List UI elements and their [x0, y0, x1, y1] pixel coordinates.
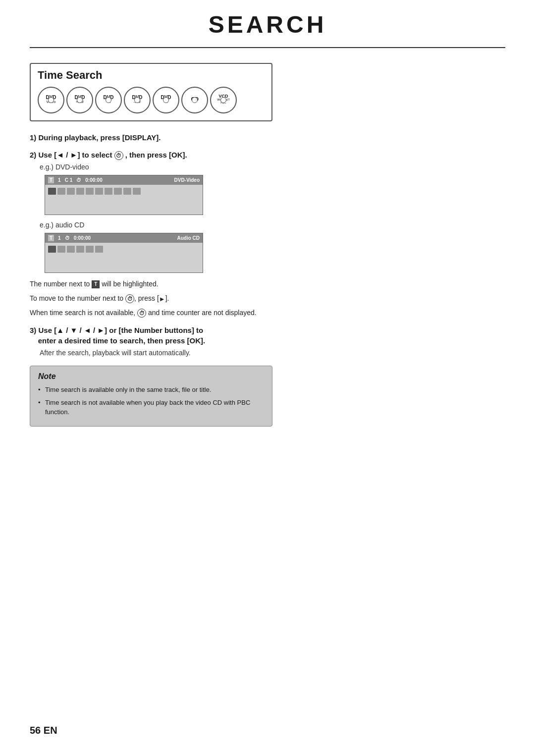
cd-screen-bar-left: T 1 ⏱ 0:00:00 [48, 235, 91, 241]
info-line-2: To move to the number next to ⏱, press [… [30, 293, 505, 304]
time-search-section: Time Search DVD Video DVD +RW DVD +R DVD… [30, 63, 272, 121]
cd-screen-icon-5 [86, 246, 94, 253]
step-1-title: 1) During playback, press [DISPLAY]. [30, 132, 505, 143]
step-1: 1) During playback, press [DISPLAY]. [30, 132, 505, 143]
disc-badge-dvd-plusr: DVD +R [95, 87, 122, 113]
main-content: Time Search DVD Video DVD +RW DVD +R DVD… [30, 63, 505, 427]
step-2-title: 2) Use [◄ / ►] to select ⏱ , then press … [30, 150, 505, 160]
screen-icon-7 [105, 188, 112, 195]
note-title: Note [38, 372, 264, 381]
cd-screen-icon-1 [48, 246, 56, 253]
dvd-bar-1: 1 [58, 177, 61, 183]
screen-icon-search [48, 188, 56, 195]
cd-screen-icon-4 [76, 246, 84, 253]
arrow-right-btn: ► [159, 294, 165, 304]
info-line-1: The number next to T will be highlighted… [30, 279, 505, 289]
screen-icon-6 [95, 188, 103, 195]
dvd-screen-icons [48, 188, 200, 195]
cd-bar-1: 1 [58, 235, 61, 241]
cd-bar-label: Audio CD [177, 235, 200, 241]
note-box: Note Time search is available only in th… [30, 366, 272, 427]
cd-screen-body [45, 243, 203, 272]
steps-container: 1) During playback, press [DISPLAY]. 2) … [30, 132, 505, 357]
dvd-screen-body [45, 185, 203, 215]
screen-icon-9 [123, 188, 131, 195]
screen-icon-10 [133, 188, 141, 195]
cd-screen-icon-3 [67, 246, 75, 253]
disc-badge-vcd: VCD WITHOUTPBC [210, 87, 237, 113]
dvd-screen-bar: T 1 C 1 ⏱ 0:00:00 DVD-Video [45, 175, 203, 185]
dvd-bar-t: T [48, 177, 54, 183]
dvd-bar-label: DVD-Video [174, 177, 200, 183]
disc-icons-row: DVD Video DVD +RW DVD +R DVD -RW DVD -R … [38, 87, 265, 113]
note-item-1: Time search is available only in the sam… [38, 385, 264, 395]
t-icon: T [92, 280, 100, 288]
clock-select-icon: ⏱ [114, 151, 123, 160]
disc-badge-cd: CD [181, 87, 208, 113]
step-3-sub: After the search, playback will start au… [40, 349, 505, 357]
screen-icon-5 [86, 188, 94, 195]
page-title-bar: SEARCH [30, 0, 505, 48]
note-item-2: Time search is not available when you pl… [38, 398, 264, 417]
dvd-bar-clock: ⏱ [76, 177, 81, 183]
dvd-bar-time: 0:00:00 [85, 177, 102, 183]
step-3-title: 3) Use [▲ / ▼ / ◄ / ►] or [the Number bu… [30, 325, 505, 346]
screen-icon-3 [67, 188, 75, 195]
cd-screen-icon-6 [95, 246, 103, 253]
note-list: Time search is available only in the sam… [38, 385, 264, 417]
info-line-3: When time search is not available, ⏱ and… [30, 308, 505, 318]
page-number: 56 EN [30, 725, 57, 736]
disc-badge-dvd-video: DVD Video [38, 87, 64, 113]
audio-cd-screen: T 1 ⏱ 0:00:00 Audio CD [45, 233, 203, 273]
page-title: SEARCH [209, 11, 327, 38]
section-title: Time Search [38, 69, 265, 82]
disc-badge-dvd-minusrw: DVD -RW [124, 87, 151, 113]
cd-bar-time: 0:00:00 [74, 235, 91, 241]
clock-icon-inline: ⏱ [125, 294, 134, 303]
dvd-video-screen: T 1 C 1 ⏱ 0:00:00 DVD-Video [45, 175, 203, 215]
cd-bar-t: T [48, 235, 54, 241]
step-3: 3) Use [▲ / ▼ / ◄ / ►] or [the Number bu… [30, 325, 505, 357]
clock-icon-inline2: ⏱ [137, 309, 146, 318]
screen-icon-8 [114, 188, 122, 195]
step-2: 2) Use [◄ / ►] to select ⏱ , then press … [30, 150, 505, 318]
example-cd-label: e.g.) audio CD [40, 221, 505, 229]
disc-badge-dvd-minusr: DVD -R [153, 87, 179, 113]
screen-icon-2 [57, 188, 65, 195]
dvd-bar-c: C 1 [65, 177, 73, 183]
cd-screen-icons [48, 246, 200, 253]
screen-icon-4 [76, 188, 84, 195]
disc-badge-dvd-plusrw: DVD +RW [66, 87, 93, 113]
cd-screen-bar: T 1 ⏱ 0:00:00 Audio CD [45, 233, 203, 243]
cd-bar-clock: ⏱ [65, 235, 70, 241]
cd-screen-icon-2 [57, 246, 65, 253]
dvd-screen-bar-left: T 1 C 1 ⏱ 0:00:00 [48, 177, 103, 183]
example-dvd-label: e.g.) DVD-video [40, 163, 505, 171]
